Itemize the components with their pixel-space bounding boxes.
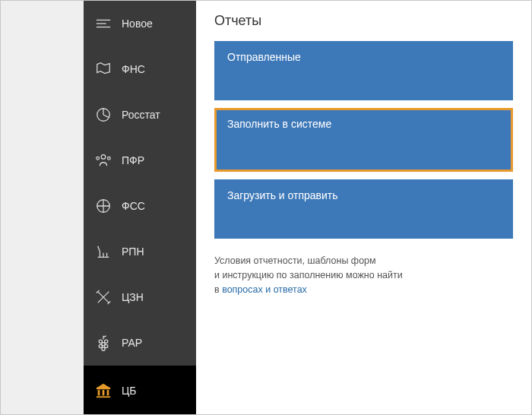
sidebar-item-rpn[interactable]: РПН: [84, 229, 196, 274]
svg-point-12: [105, 344, 108, 347]
hint-line: Условия отчетности, шаблоны форм: [214, 255, 376, 266]
grapes-icon: [94, 334, 112, 352]
sidebar-item-label: РАР: [122, 337, 142, 349]
tile-label: Отправленные: [227, 51, 301, 63]
sidebar-item-fns[interactable]: ФНС: [84, 46, 196, 92]
sidebar-item-label: ЦБ: [122, 385, 137, 397]
sidebar-item-label: ФСС: [122, 200, 145, 212]
tile-fill-in-system[interactable]: Заполнить в системе: [214, 108, 513, 172]
shield-icon: [94, 197, 112, 215]
flag-icon: [94, 60, 112, 78]
new-icon: [94, 14, 112, 33]
sidebar-item-label: Росстат: [122, 109, 160, 121]
tools-icon: [94, 288, 112, 306]
svg-point-11: [99, 344, 102, 347]
tile-upload-send[interactable]: Загрузить и отправить: [214, 179, 513, 239]
svg-rect-16: [107, 390, 109, 395]
sidebar-item-label: ФНС: [122, 63, 145, 75]
hint-text: Условия отчетности, шаблоны форм и инстр…: [214, 254, 513, 296]
svg-point-6: [108, 157, 111, 160]
svg-rect-15: [103, 390, 105, 395]
sidebar-item-fss[interactable]: ФСС: [84, 183, 196, 229]
svg-point-9: [105, 340, 108, 343]
sidebar: Новое ФНС Росстат ПФР ФСС: [84, 1, 196, 414]
svg-point-13: [102, 347, 105, 350]
svg-point-5: [97, 157, 100, 160]
sidebar-item-label: Новое: [122, 17, 153, 30]
left-gutter: [1, 1, 84, 414]
main-panel: Отчеты Отправленные Заполнить в системе …: [196, 1, 531, 414]
svg-point-8: [99, 340, 102, 343]
tile-label: Заполнить в системе: [227, 118, 331, 130]
people-icon: [94, 151, 112, 169]
hint-line: и инструкцию по заполнению можно найти: [214, 270, 403, 280]
app-frame: Новое ФНС Росстат ПФР ФСС: [0, 0, 532, 415]
svg-rect-14: [98, 390, 100, 395]
sidebar-item-cb[interactable]: ЦБ: [84, 366, 196, 414]
faq-link[interactable]: вопросах и ответах: [222, 284, 307, 295]
sidebar-item-czn[interactable]: ЦЗН: [84, 274, 196, 320]
svg-rect-17: [97, 396, 110, 398]
sidebar-item-label: ЦЗН: [122, 291, 144, 303]
svg-point-4: [101, 155, 106, 160]
sidebar-item-rar[interactable]: РАР: [84, 320, 196, 366]
factory-icon: [94, 242, 112, 261]
piechart-icon: [94, 106, 112, 124]
bank-icon: [94, 382, 112, 400]
sidebar-item-new[interactable]: Новое: [84, 1, 196, 46]
tile-label: Загрузить и отправить: [227, 189, 338, 201]
hint-line: в: [214, 284, 222, 295]
sidebar-item-label: РПН: [122, 246, 144, 258]
sidebar-item-label: ПФР: [122, 154, 144, 166]
sidebar-item-pfr[interactable]: ПФР: [84, 138, 196, 183]
page-title: Отчеты: [214, 13, 513, 29]
tile-sent[interactable]: Отправленные: [214, 41, 513, 100]
sidebar-item-rosstat[interactable]: Росстат: [84, 92, 196, 138]
